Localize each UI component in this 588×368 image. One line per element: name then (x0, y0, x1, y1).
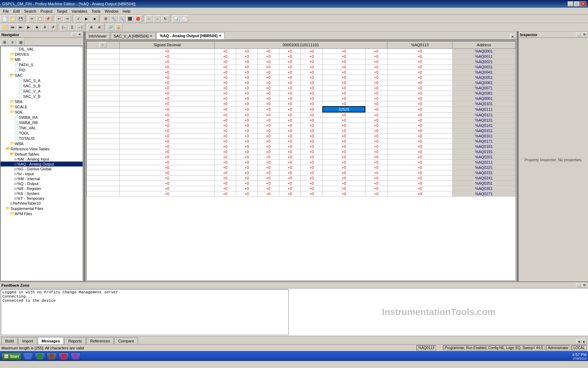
grid-cell[interactable]: +0 (279, 155, 301, 160)
grid-cell[interactable]: +0 (236, 186, 258, 191)
grid-cell[interactable]: +0 (301, 107, 323, 112)
tree-item-ai[interactable]: ▤ %AI - Analog Input (1, 157, 83, 162)
grid-cell[interactable]: +0 (323, 112, 365, 118)
grid-cell[interactable]: +0 (258, 144, 279, 149)
grid-cell[interactable]: +0 (279, 101, 301, 107)
grid-cell[interactable]: +0 (387, 86, 452, 91)
grid-cell[interactable]: +0 (365, 155, 387, 160)
minimize-button[interactable]: _ (568, 1, 573, 6)
grid-cell[interactable]: +0 (236, 176, 258, 181)
menu-project[interactable]: Project (38, 8, 55, 14)
toolbar-btn-7[interactable]: → (153, 15, 161, 22)
grid-cell[interactable]: +0 (215, 186, 236, 191)
tree-item-tnk-val[interactable]: 📄 TNK_VAL (1, 125, 83, 130)
grid-cell[interactable]: +0 (301, 128, 323, 134)
grid-cell[interactable]: +0 (258, 181, 279, 186)
grid-cell[interactable]: +0 (236, 107, 258, 112)
copy-button[interactable]: 📋 (36, 15, 44, 22)
grid-cell[interactable]: +0 (365, 139, 387, 144)
grid-cell[interactable]: +0 (120, 70, 215, 75)
toolbar-btn-3[interactable]: 🔍 (118, 15, 126, 22)
grid-cell[interactable]: +0 (258, 49, 279, 54)
nav-detail-view[interactable]: ▤ (17, 39, 24, 46)
toolbar2-btn-2[interactable]: ⏮ (9, 24, 16, 31)
tree-item-swba-rb[interactable]: 📄 SWBA_RB (1, 120, 83, 125)
grid-cell[interactable]: +0 (323, 49, 365, 54)
grid-cell[interactable]: +0 (387, 181, 452, 186)
grid-cell[interactable]: +0 (365, 170, 387, 176)
grid-cell[interactable]: +0 (120, 155, 215, 160)
navigator-minimize[interactable]: _ (71, 33, 76, 37)
toolbar-btn-9[interactable]: 📊 (173, 15, 180, 22)
grid-cell[interactable]: +0 (120, 91, 215, 96)
grid-cell[interactable]: +0 (301, 170, 323, 176)
tree-item-drives[interactable]: 📁 DRIVES (1, 52, 83, 57)
grid-cell[interactable]: +0 (387, 118, 452, 123)
tree-item-r[interactable]: ▤ %R - Register (1, 186, 83, 191)
tree-item-aq[interactable]: ▤ %AQ - Analog Output (1, 162, 83, 166)
grid-cell[interactable]: +0 (215, 75, 236, 80)
grid-cell[interactable]: +0 (279, 160, 301, 165)
tree-item-m[interactable]: ▤ %M - Internal (1, 176, 83, 181)
grid-cell[interactable]: +0 (236, 170, 258, 176)
grid-cell[interactable]: +0 (365, 86, 387, 91)
grid-cell[interactable]: +0 (236, 86, 258, 91)
grid-cell[interactable]: +0 (120, 118, 215, 123)
grid-cell[interactable]: +0 (236, 112, 258, 118)
grid-cell[interactable]: +0 (323, 86, 365, 91)
nav-grid-view[interactable]: ⊞ (1, 39, 8, 46)
grid-cell[interactable]: +0 (323, 181, 365, 186)
grid-cell[interactable]: +0 (236, 160, 258, 165)
grid-cell[interactable]: +0 (215, 112, 236, 118)
grid-cell[interactable]: +0 (301, 49, 323, 54)
grid-cell[interactable]: +0 (215, 54, 236, 59)
cut-button[interactable]: ✂ (28, 15, 36, 22)
grid-cell[interactable]: +0 (387, 128, 452, 134)
grid-cell[interactable]: +0 (236, 59, 258, 64)
grid-cell[interactable]: +0 (365, 165, 387, 170)
grid-cell[interactable]: +0 (215, 118, 236, 123)
toolbar-btn-6[interactable]: ← (145, 15, 153, 22)
feedback-close[interactable]: ✕ (582, 283, 587, 287)
tree-item-q[interactable]: ▤ %Q - Output (1, 181, 83, 186)
grid-cell[interactable]: +0 (120, 149, 215, 155)
grid-cell[interactable]: +0 (215, 176, 236, 181)
grid-cell[interactable]: +0 (365, 101, 387, 107)
grid-cell[interactable]: +0 (279, 91, 301, 96)
grid-cell[interactable]: +0 (387, 96, 452, 101)
grid-cell[interactable]: +0 (258, 160, 279, 165)
grid-cell[interactable]: +0 (236, 64, 258, 70)
grid-cell[interactable]: +0 (120, 144, 215, 149)
grid-cell[interactable]: +0 (120, 80, 215, 86)
grid-cell[interactable]: +0 (279, 128, 301, 134)
grid-cell[interactable]: +0 (258, 91, 279, 96)
grid-cell[interactable]: +0 (365, 54, 387, 59)
grid-cell[interactable]: +0 (120, 101, 215, 107)
stop-button[interactable]: ■ (91, 15, 98, 22)
grid-cell[interactable]: +0 (301, 191, 323, 197)
grid-cell[interactable]: +0 (120, 107, 215, 112)
grid-cell[interactable]: +0 (387, 191, 452, 197)
tab-compare[interactable]: Compare (114, 337, 138, 344)
grid-cell[interactable]: +0 (215, 123, 236, 128)
grid-cell[interactable]: +0 (279, 181, 301, 186)
grid-cell[interactable]: +0 (387, 54, 452, 59)
grid-cell[interactable]: +0 (236, 54, 258, 59)
redo-button[interactable]: ↪ (63, 15, 71, 22)
grid-cell[interactable]: +0 (215, 91, 236, 96)
grid-cell[interactable]: +0 (236, 181, 258, 186)
grid-cell[interactable]: +0 (323, 134, 365, 139)
tree-item-sac-sb[interactable]: 📄 SAC_S_B (1, 83, 83, 88)
grid-cell[interactable]: +0 (215, 107, 236, 112)
toolbar2-btn-3[interactable]: ⏭ (17, 24, 24, 31)
tab-references[interactable]: References (86, 337, 114, 344)
grid-cell[interactable]: +0 (120, 49, 215, 54)
tab-infoviewer[interactable]: InfoViewer (85, 32, 110, 39)
grid-cell[interactable]: +0 (301, 75, 323, 80)
grid-cell[interactable]: +0 (323, 123, 365, 128)
grid-cell[interactable]: +0 (301, 101, 323, 107)
menu-search[interactable]: Search (22, 8, 38, 14)
grid-cell[interactable]: +0 (323, 176, 365, 181)
grid-cell[interactable]: +0 (279, 86, 301, 91)
grid-cell[interactable]: +0 (323, 160, 365, 165)
